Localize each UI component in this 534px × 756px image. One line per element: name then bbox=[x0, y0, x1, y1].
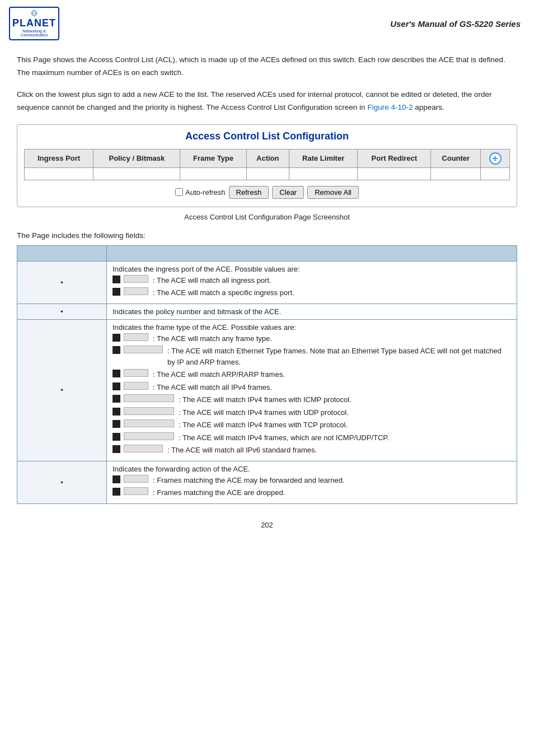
remove-all-button[interactable]: Remove All bbox=[307, 186, 359, 199]
frame-sub-ipv6: : The ACE will match all IPv6 standard f… bbox=[113, 445, 511, 456]
fields-intro: The Page includes the following fields: bbox=[17, 231, 517, 240]
val-forward bbox=[124, 475, 148, 483]
frame-sub-ipv4: : The ACE will match all IPv4 frames. bbox=[113, 382, 511, 393]
bullet-policy: • bbox=[17, 304, 107, 319]
manual-title: User's Manual of GS-5220 Series bbox=[390, 19, 521, 29]
acl-table: Ingress Port Policy / Bitmask Frame Type… bbox=[24, 149, 510, 180]
val-any bbox=[124, 333, 148, 341]
frame-sub-icmp-text: : The ACE will match IPv4 frames with IC… bbox=[179, 394, 352, 405]
refresh-button[interactable]: Refresh bbox=[229, 186, 269, 199]
intro-para2: Click on the lowest plus sign to add a n… bbox=[17, 88, 517, 114]
ingress-sub2-text: : The ACE will match a specific ingress … bbox=[153, 287, 294, 298]
cell-empty-3 bbox=[180, 167, 246, 180]
col-frame-type: Frame Type bbox=[180, 149, 246, 167]
frame-sub-tcp: : The ACE will match IPv4 frames with TC… bbox=[113, 419, 511, 431]
bullet-ingress: • bbox=[17, 261, 107, 304]
table-header-row: Ingress Port Policy / Bitmask Frame Type… bbox=[25, 149, 510, 167]
black-square-icon bbox=[113, 488, 120, 496]
auto-refresh-checkbox[interactable] bbox=[175, 188, 183, 196]
val-ipv6 bbox=[124, 445, 163, 452]
val-drop bbox=[124, 487, 148, 495]
col-rate-limiter: Rate Limiter bbox=[289, 149, 357, 167]
add-ace-button[interactable]: + bbox=[489, 152, 502, 165]
controls-row: Auto-refresh Refresh Clear Remove All bbox=[24, 186, 510, 199]
ingress-sub1: : The ACE will match all ingress port. bbox=[113, 275, 511, 286]
logo-box: PLANET Networking & Communication bbox=[9, 7, 59, 40]
val-arp bbox=[124, 369, 148, 377]
action-forward-text: : Frames matching the ACE may be forward… bbox=[153, 475, 345, 486]
field-row-ingress: • Indicates the ingress port of the ACE.… bbox=[17, 261, 517, 304]
table-row-empty bbox=[25, 167, 510, 180]
add-btn-cell: + bbox=[481, 149, 510, 167]
action-sub-forward: : Frames matching the ACE may be forward… bbox=[113, 475, 511, 486]
col-counter: Counter bbox=[431, 149, 481, 167]
intro-para2-end: appears. bbox=[413, 103, 444, 111]
planet-logo-icon bbox=[26, 10, 42, 16]
cell-empty-4 bbox=[246, 167, 289, 180]
field-row-action: • Indicates the forwarding action of the… bbox=[17, 461, 517, 503]
desc-action: Indicates the forwarding action of the A… bbox=[107, 461, 517, 503]
desc-policy: Indicates the policy number and bitmask … bbox=[107, 304, 517, 319]
frame-sub-eth-text: : The ACE will match Ethernet Type frame… bbox=[167, 346, 511, 367]
logo-name: PLANET bbox=[12, 17, 56, 29]
action-sub-drop: : Frames matching the ACE are dropped. bbox=[113, 487, 511, 498]
black-square-icon bbox=[113, 276, 120, 283]
fields-header-col2 bbox=[107, 245, 517, 261]
value-box-all bbox=[124, 275, 148, 283]
frame-sub-eth: : The ACE will match Ethernet Type frame… bbox=[113, 346, 511, 367]
val-icmp bbox=[124, 394, 174, 402]
cell-empty-2 bbox=[93, 167, 180, 180]
black-square-icon bbox=[113, 408, 120, 416]
cell-empty-6 bbox=[358, 167, 431, 180]
frame-sub-arp-text: : The ACE will match ARP/RARP frames. bbox=[153, 369, 285, 380]
frame-sub-any: : The ACE will match any frame type. bbox=[113, 333, 511, 344]
fields-table: • Indicates the ingress port of the ACE.… bbox=[17, 245, 517, 504]
bullet-action: • bbox=[17, 461, 107, 503]
bullet-frame-type: • bbox=[17, 319, 107, 461]
acl-caption: Access Control List Configuration Page S… bbox=[17, 213, 517, 221]
action-title: Indicates the forwarding action of the A… bbox=[113, 465, 511, 473]
val-udp bbox=[124, 407, 174, 415]
frame-sub-tcp-text: : The ACE will match IPv4 frames with TC… bbox=[179, 419, 348, 431]
black-square-icon bbox=[113, 395, 120, 403]
fields-header-row bbox=[17, 245, 517, 261]
black-square-icon bbox=[113, 433, 120, 441]
intro-para1: This Page shows the Access Control List … bbox=[17, 54, 517, 80]
black-square-icon bbox=[113, 475, 120, 483]
logo-subtitle: Networking & Communication bbox=[12, 29, 56, 37]
field-row-policy: • Indicates the policy number and bitmas… bbox=[17, 304, 517, 319]
frame-type-title: Indicates the frame type of the ACE. Pos… bbox=[113, 323, 511, 332]
auto-refresh-text: Auto-refresh bbox=[185, 188, 226, 197]
field-row-frame-type: • Indicates the frame type of the ACE. P… bbox=[17, 319, 517, 461]
black-square-icon bbox=[113, 382, 120, 390]
page-number: 202 bbox=[17, 521, 517, 529]
desc-frame-type: Indicates the frame type of the ACE. Pos… bbox=[107, 319, 517, 461]
clear-button[interactable]: Clear bbox=[272, 186, 304, 199]
frame-sub-ipv4-text: : The ACE will match all IPv4 frames. bbox=[153, 382, 272, 393]
frame-sub-udp: : The ACE will match IPv4 frames with UD… bbox=[113, 407, 511, 418]
value-box-specific bbox=[124, 287, 148, 295]
val-tcp bbox=[124, 419, 174, 427]
black-square-icon bbox=[113, 334, 120, 342]
ingress-sub2: : The ACE will match a specific ingress … bbox=[113, 287, 511, 298]
col-ingress-port: Ingress Port bbox=[25, 149, 93, 167]
black-square-icon bbox=[113, 370, 120, 377]
frame-sub-arp: : The ACE will match ARP/RARP frames. bbox=[113, 369, 511, 380]
black-square-icon bbox=[113, 420, 120, 428]
page-header: PLANET Networking & Communication User's… bbox=[0, 0, 534, 45]
ingress-sub1-text: : The ACE will match all ingress port. bbox=[153, 275, 271, 286]
frame-sub-any-text: : The ACE will match any frame type. bbox=[153, 333, 272, 344]
val-ipv4 bbox=[124, 382, 148, 390]
figure-link[interactable]: Figure 4-10-2 bbox=[367, 103, 413, 111]
acl-config-title: Access Control List Configuration bbox=[24, 130, 510, 142]
frame-sub-udp-text: : The ACE will match IPv4 frames with UD… bbox=[179, 407, 349, 418]
cell-empty-5 bbox=[289, 167, 357, 180]
auto-refresh-label[interactable]: Auto-refresh bbox=[175, 188, 226, 197]
frame-sub-other: : The ACE will match IPv4 frames, which … bbox=[113, 432, 511, 444]
frame-sub-icmp: : The ACE will match IPv4 frames with IC… bbox=[113, 394, 511, 405]
col-action: Action bbox=[246, 149, 289, 167]
cell-empty-7 bbox=[431, 167, 481, 180]
ingress-title: Indicates the ingress port of the ACE. P… bbox=[113, 265, 511, 273]
logo-area: PLANET Networking & Communication bbox=[9, 7, 59, 40]
desc-ingress: Indicates the ingress port of the ACE. P… bbox=[107, 261, 517, 304]
